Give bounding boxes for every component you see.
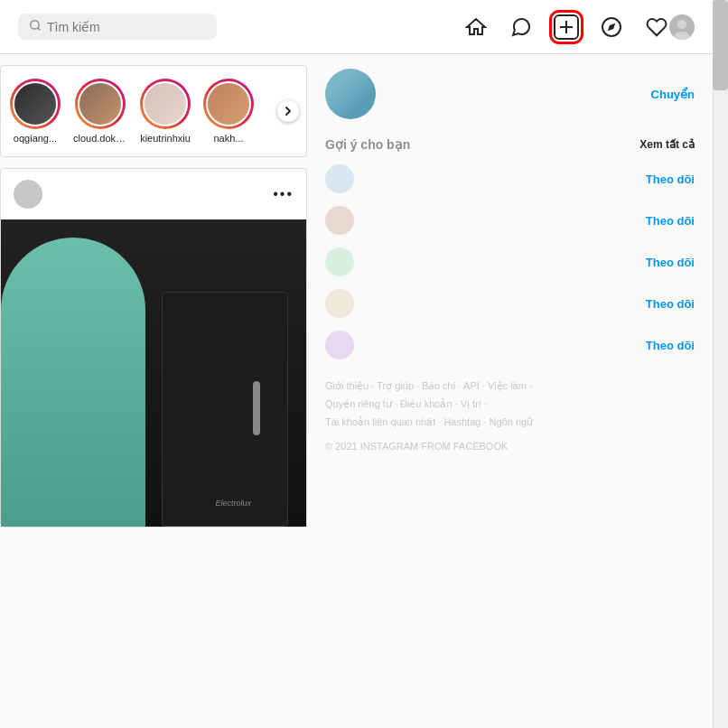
post-header-left xyxy=(14,180,51,209)
sidebar-profile-row: Chuyển xyxy=(325,69,695,119)
suggestion-avatar[interactable] xyxy=(325,331,354,359)
follow-button-3[interactable]: Theo dõi xyxy=(646,256,695,269)
home-nav-icon[interactable] xyxy=(463,14,489,40)
suggestion-left xyxy=(325,164,363,193)
suggestion-left xyxy=(325,331,363,359)
suggestion-avatar[interactable] xyxy=(325,206,354,235)
svg-point-7 xyxy=(677,20,686,29)
appliance-shape: Electrolux xyxy=(162,292,288,527)
story-avatar-ring xyxy=(203,79,254,129)
svg-point-0 xyxy=(31,21,39,29)
follow-button-4[interactable]: Theo dõi xyxy=(646,297,695,311)
search-input[interactable] xyxy=(47,20,191,34)
post-header: ••• xyxy=(1,169,306,219)
footer-links-row-1: Giới thiệu · Trợ giúp · Báo chí · API · … xyxy=(325,378,695,396)
story-username: nakh... xyxy=(213,133,243,144)
suggestion-avatar[interactable] xyxy=(325,289,354,318)
appliance-brand-label: Electrolux xyxy=(215,499,251,508)
suggestion-avatar[interactable] xyxy=(325,247,354,276)
header-left xyxy=(18,14,463,40)
suggestion-item-2: Theo dõi xyxy=(325,206,695,235)
story-avatar-image xyxy=(206,81,251,126)
post-image: Electrolux xyxy=(1,219,306,527)
suggestion-item-5: Theo dõi xyxy=(325,331,695,359)
story-avatar-image xyxy=(13,81,58,126)
scrollbar-thumb[interactable] xyxy=(713,0,728,90)
story-item[interactable]: kieutrinhxiu xyxy=(140,79,191,144)
suggestion-item-4: Theo dõi xyxy=(325,289,695,318)
header-center xyxy=(463,14,669,40)
story-item[interactable]: cloud.dokh... xyxy=(73,79,127,144)
explore-nav-icon[interactable] xyxy=(599,14,624,40)
story-item[interactable]: oqgiang... xyxy=(10,79,61,144)
footer-link-api[interactable]: API xyxy=(463,380,480,391)
footer-links-row-3: Tài khoản liên quan nhất · Hashtag · Ngô… xyxy=(325,414,695,432)
sidebar-avatar-image xyxy=(325,69,376,119)
story-item[interactable]: nakh... xyxy=(203,79,254,144)
footer-links: Giới thiệu · Trợ giúp · Báo chí · API · … xyxy=(325,378,695,456)
person-silhouette xyxy=(1,238,145,527)
footer-link-help[interactable]: Trợ giúp xyxy=(377,380,414,391)
suggestion-item-1: Theo dõi xyxy=(325,164,695,193)
messenger-nav-icon[interactable] xyxy=(509,14,534,40)
search-box[interactable] xyxy=(18,14,217,40)
suggestion-avatar[interactable] xyxy=(325,164,354,193)
feed-area: oqgiang... cloud.dokh... kieutrinhxiu na… xyxy=(0,54,307,728)
follow-button-5[interactable]: Theo dõi xyxy=(646,339,695,352)
post-more-button[interactable]: ••• xyxy=(273,186,294,202)
switch-account-button[interactable]: Chuyển xyxy=(651,88,695,101)
story-avatar-ring xyxy=(10,79,61,129)
footer-link-location[interactable]: Vị trí xyxy=(461,398,481,409)
profile-avatar[interactable] xyxy=(669,14,695,40)
suggestion-left xyxy=(325,289,363,318)
footer-link-privacy[interactable]: Quyền riêng tư xyxy=(325,398,392,409)
footer-link-press[interactable]: Báo chí xyxy=(422,380,455,391)
follow-button-1[interactable]: Theo dõi xyxy=(646,173,695,186)
footer-link-accounts[interactable]: Tài khoản liên quan nhất xyxy=(325,416,435,427)
scrollbar[interactable] xyxy=(713,0,728,728)
footer-link-jobs[interactable]: Việc làm xyxy=(488,380,527,391)
suggestion-left xyxy=(325,206,363,235)
story-username: kieutrinhxiu xyxy=(140,133,191,144)
footer-links-row-2: Quyền riêng tư · Điều khoản · Vị trí · xyxy=(325,396,695,414)
post-user-avatar[interactable] xyxy=(14,180,42,209)
likes-nav-icon[interactable] xyxy=(644,14,669,40)
story-avatar-image xyxy=(78,81,123,126)
svg-marker-5 xyxy=(608,23,615,30)
footer-link-hashtag[interactable]: Hashtag xyxy=(443,416,481,427)
story-username: oqgiang... xyxy=(14,133,57,144)
footer-link-language[interactable]: Ngôn ngữ xyxy=(490,416,534,427)
see-all-suggestions-link[interactable]: Xem tất cả xyxy=(639,138,695,151)
follow-button-2[interactable]: Theo dõi xyxy=(646,214,695,228)
suggestions-header: Gợi ý cho bạn Xem tất cả xyxy=(325,137,695,152)
suggestion-item-3: Theo dõi xyxy=(325,247,695,276)
header-right xyxy=(669,14,695,40)
stories-next-button[interactable] xyxy=(277,100,299,122)
main-container: oqgiang... cloud.dokh... kieutrinhxiu na… xyxy=(0,54,713,728)
story-username: cloud.dokh... xyxy=(73,133,127,144)
story-avatar-image xyxy=(143,81,188,126)
right-sidebar: Chuyển Gợi ý cho bạn Xem tất cả Theo dõi xyxy=(307,54,713,728)
svg-line-1 xyxy=(38,28,41,31)
suggestion-left xyxy=(325,247,363,276)
footer-link-terms[interactable]: Điều khoản xyxy=(400,398,452,409)
stories-row: oqgiang... cloud.dokh... kieutrinhxiu na… xyxy=(0,65,307,157)
header xyxy=(0,0,713,54)
story-avatar-ring xyxy=(75,79,126,129)
sidebar-profile-avatar[interactable] xyxy=(325,69,376,119)
appliance-handle xyxy=(253,381,260,435)
post-image-content: Electrolux xyxy=(1,219,306,527)
suggestions-title: Gợi ý cho bạn xyxy=(325,137,410,152)
search-icon xyxy=(29,19,42,34)
create-nav-icon[interactable] xyxy=(554,14,579,40)
post-card: ••• Electrolux xyxy=(0,168,307,527)
footer-copyright: © 2021 INSTAGRAM FROM FACEBOOK xyxy=(325,438,695,456)
footer-link-about[interactable]: Giới thiệu xyxy=(325,380,369,391)
story-avatar-ring xyxy=(140,79,191,129)
